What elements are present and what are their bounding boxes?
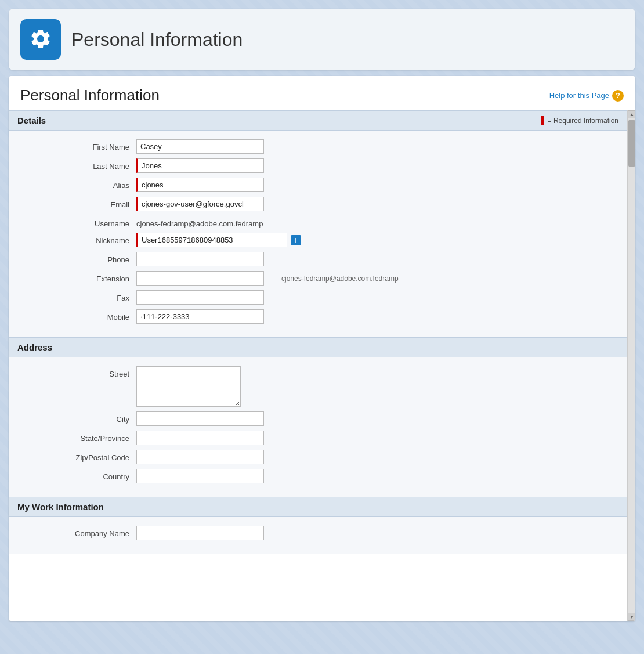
- nickname-info-icon[interactable]: i: [291, 235, 301, 245]
- first-name-input-wrap: [136, 139, 264, 154]
- alias-row: Alias: [9, 178, 627, 192]
- email-row: Email: [9, 197, 627, 211]
- first-name-input[interactable]: [136, 139, 264, 154]
- company-row: Company Name: [9, 526, 627, 540]
- fax-row: Fax: [9, 290, 627, 305]
- email-label: Email: [20, 197, 136, 209]
- mobile-row: Mobile: [9, 309, 627, 324]
- street-label: Street: [20, 366, 136, 378]
- city-label: City: [20, 411, 136, 424]
- street-input[interactable]: [136, 366, 241, 407]
- zip-row: Zip/Postal Code: [9, 450, 627, 464]
- gear-icon: [29, 27, 52, 52]
- street-row: Street: [9, 366, 627, 407]
- scrollbar-thumb[interactable]: [628, 120, 635, 167]
- alias-input[interactable]: [136, 178, 264, 192]
- details-section-header-row: Details = Required Information: [9, 110, 627, 131]
- header-title: Personal Information: [71, 29, 243, 50]
- extension-side-note: cjones-fedramp@adobe.com.fedramp: [281, 271, 399, 283]
- phone-label: Phone: [20, 252, 136, 264]
- scroll-container: Details = Required Information First Nam…: [9, 110, 635, 621]
- phone-input-wrap: [136, 252, 264, 266]
- nickname-label: Nickname: [20, 233, 136, 245]
- alias-label: Alias: [20, 178, 136, 190]
- city-row: City: [9, 411, 627, 426]
- state-row: State/Province: [9, 431, 627, 445]
- country-input[interactable]: [136, 469, 264, 483]
- extension-input-wrap: [136, 271, 264, 286]
- nickname-input-wrap: i: [136, 233, 301, 247]
- street-input-wrap: [136, 366, 241, 407]
- phone-row: Phone: [9, 252, 627, 266]
- required-note-text: = Required Information: [548, 117, 618, 125]
- scrollbar-arrow-down[interactable]: ▼: [628, 613, 635, 621]
- alias-input-wrap: [136, 178, 264, 192]
- username-value: cjones-fedramp@adobe.com.fedramp: [136, 216, 263, 228]
- main-content: Personal Information Help for this Page …: [9, 76, 635, 621]
- scroll-content: Details = Required Information First Nam…: [9, 110, 627, 621]
- state-label: State/Province: [20, 431, 136, 443]
- username-label: Username: [20, 216, 136, 228]
- mobile-input[interactable]: [136, 309, 264, 324]
- header-icon-box: [20, 19, 61, 60]
- last-name-input[interactable]: [136, 158, 264, 173]
- fax-input-wrap: [136, 290, 264, 305]
- country-row: Country: [9, 469, 627, 483]
- page-header: Personal Information: [9, 9, 635, 70]
- content-top-bar: Personal Information Help for this Page …: [9, 76, 635, 110]
- details-section-header: Details: [9, 111, 533, 130]
- address-section-header: Address: [9, 337, 627, 357]
- username-value-wrap: cjones-fedramp@adobe.com.fedramp: [136, 216, 263, 228]
- extension-row: Extension cjones-fedramp@adobe.com.fedra…: [9, 271, 627, 286]
- help-link-text: Help for this Page: [549, 91, 609, 100]
- nickname-input[interactable]: [136, 233, 287, 247]
- city-input[interactable]: [136, 411, 264, 426]
- required-bar-icon: [541, 116, 544, 125]
- country-input-wrap: [136, 469, 264, 483]
- last-name-input-wrap: [136, 158, 264, 173]
- state-input-wrap: [136, 431, 264, 445]
- scrollbar[interactable]: ▲ ▼: [627, 110, 635, 621]
- company-input-wrap: [136, 526, 264, 540]
- extension-label: Extension: [20, 271, 136, 283]
- email-input-wrap: [136, 197, 264, 211]
- username-row: Username cjones-fedramp@adobe.com.fedram…: [9, 216, 627, 228]
- page-title: Personal Information: [20, 86, 160, 104]
- work-form-area: Company Name: [9, 517, 627, 554]
- zip-input[interactable]: [136, 450, 264, 464]
- help-icon: ?: [612, 90, 624, 102]
- city-input-wrap: [136, 411, 264, 426]
- phone-input[interactable]: [136, 252, 264, 266]
- work-section-header: My Work Information: [9, 497, 627, 517]
- extension-input[interactable]: [136, 271, 264, 286]
- company-input[interactable]: [136, 526, 264, 540]
- last-name-label: Last Name: [20, 158, 136, 171]
- fax-input[interactable]: [136, 290, 264, 305]
- help-link[interactable]: Help for this Page ?: [549, 90, 624, 102]
- zip-input-wrap: [136, 450, 264, 464]
- mobile-label: Mobile: [20, 309, 136, 321]
- company-label: Company Name: [20, 526, 136, 538]
- email-input[interactable]: [136, 197, 264, 211]
- country-label: Country: [20, 469, 136, 481]
- zip-label: Zip/Postal Code: [20, 450, 136, 462]
- state-input[interactable]: [136, 431, 264, 445]
- scrollbar-arrow-up[interactable]: ▲: [628, 110, 635, 118]
- mobile-input-wrap: [136, 309, 264, 324]
- required-note: = Required Information: [533, 111, 627, 130]
- first-name-row: First Name: [9, 139, 627, 154]
- details-form-area: First Name Last Name Alias: [9, 131, 627, 337]
- fax-label: Fax: [20, 290, 136, 302]
- address-form-area: Street City State/Province: [9, 357, 627, 497]
- first-name-label: First Name: [20, 139, 136, 151]
- nickname-row: Nickname i: [9, 233, 627, 247]
- last-name-row: Last Name: [9, 158, 627, 173]
